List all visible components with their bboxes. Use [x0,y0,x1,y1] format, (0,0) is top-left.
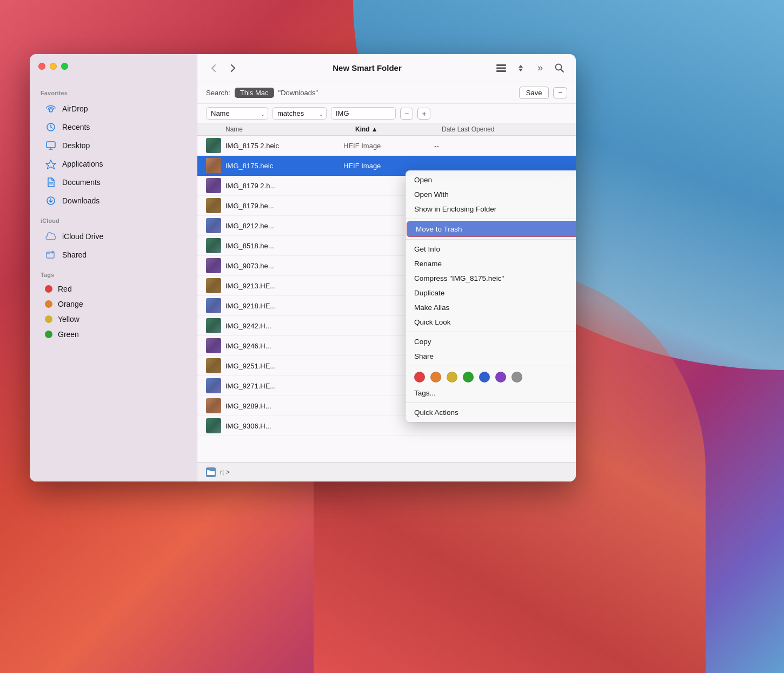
desktop-icon [45,140,57,151]
tag-green[interactable] [463,372,474,382]
tag-gray[interactable] [511,372,522,382]
field-select-wrapper: Name Kind Date Created Date Modified [206,107,268,120]
maximize-button[interactable] [61,63,68,70]
sidebar-item-downloads[interactable]: Downloads [34,192,192,209]
orange-tag-dot [45,300,52,308]
sidebar-item-label-airdrop: AirDrop [62,104,88,113]
sidebar-item-red[interactable]: Red [34,282,192,296]
file-thumbnail [206,218,221,233]
context-menu-move-to-trash[interactable]: Move to Trash [407,221,576,237]
compress-label: Compress "IMG_8175.heic" [414,274,504,282]
folder-icon [206,467,216,477]
context-menu-copy[interactable]: Copy [406,334,576,349]
remove-button[interactable]: − [553,87,567,98]
make-alias-label: Make Alias [414,303,449,312]
context-menu-quick-look[interactable]: Quick Look [406,315,576,329]
date-column-header[interactable]: Date Last Opened [442,126,567,133]
sidebar-item-recents[interactable]: Recents [34,118,192,136]
sidebar-item-label-shared: Shared [62,250,87,259]
separator-5 [406,403,576,403]
sidebar-item-applications[interactable]: Applications [34,155,192,173]
name-column-header[interactable]: Name [225,126,355,133]
traffic-lights [38,63,68,70]
tag-purple[interactable] [495,372,506,382]
tags-label: Tags... [414,389,436,397]
quick-actions-label: Quick Actions [414,408,459,417]
file-thumbnail [206,278,221,293]
tag-yellow[interactable] [447,372,457,382]
search-button[interactable] [552,61,567,76]
tag-orange[interactable] [430,372,441,382]
svg-rect-10 [496,70,506,72]
minimize-button[interactable] [50,63,57,70]
context-menu-duplicate[interactable]: Duplicate [406,286,576,300]
toolbar-actions: » [494,61,567,76]
icloud-section-label: iCloud [30,210,197,227]
context-menu-quick-actions[interactable]: Quick Actions › [406,405,576,420]
context-menu-open[interactable]: Open [406,173,576,187]
context-menu-tags[interactable]: Tags... [406,386,576,400]
save-button[interactable]: Save [519,87,549,99]
file-thumbnail [206,238,221,253]
sidebar-item-label-applications: Applications [62,160,103,168]
filter-row: Name Kind Date Created Date Modified mat… [197,104,576,123]
file-name: IMG_9213.HE... [225,282,339,290]
file-thumbnail [206,318,221,333]
applications-icon [45,158,57,170]
show-enclosing-label: Show in Enclosing Folder [414,205,496,213]
filter-plus-button[interactable]: + [417,108,430,120]
sidebar-item-desktop[interactable]: Desktop [34,137,192,154]
file-name: IMG_9073.he... [225,262,339,270]
file-name: IMG_8212.he... [225,222,339,230]
file-name: IMG_9218.HE... [225,302,339,310]
filter-minus-button[interactable]: − [400,108,413,120]
kind-column-header[interactable]: Kind ▲ [355,126,442,133]
context-menu-show-enclosing[interactable]: Show in Enclosing Folder [406,202,576,216]
context-menu-share[interactable]: Share › [406,349,576,364]
file-thumbnail [206,398,221,413]
sidebar-item-shared[interactable]: Shared [34,246,192,263]
context-menu-rename[interactable]: Rename [406,256,576,271]
tag-red[interactable] [414,372,425,382]
sidebar-item-airdrop[interactable]: AirDrop [34,100,192,117]
svg-rect-8 [496,64,506,66]
list-view-button[interactable] [494,61,509,76]
sidebar-item-documents[interactable]: Documents [34,174,192,191]
context-menu-open-with[interactable]: Open With › [406,187,576,202]
red-tag-dot [45,285,52,293]
forward-button[interactable] [225,61,241,76]
context-menu-make-alias[interactable]: Make Alias [406,300,576,315]
context-menu-compress[interactable]: Compress "IMG_8175.heic" [406,271,576,286]
filter-value-input[interactable] [331,107,396,120]
operator-select[interactable]: matches contains begins with ends with [273,107,327,120]
file-name: IMG_9289.H... [225,402,339,410]
file-thumbnail [206,298,221,313]
context-menu-get-info[interactable]: Get Info [406,242,576,256]
field-select[interactable]: Name Kind Date Created Date Modified [206,107,268,120]
sidebar-item-yellow[interactable]: Yellow [34,312,192,326]
file-name: IMG_9306.H... [225,422,339,430]
favorites-section-label: Favorites [30,82,197,100]
quick-look-label: Quick Look [414,318,451,326]
this-mac-scope[interactable]: This Mac [235,88,274,98]
tag-blue[interactable] [479,372,490,382]
column-headers: Name Kind ▲ Date Last Opened [197,123,576,136]
sidebar-item-orange[interactable]: Orange [34,297,192,311]
sort-icon: ▲ [371,126,378,133]
file-thumbnail [206,378,221,393]
sidebar-item-icloud-drive[interactable]: iCloud Drive [34,228,192,245]
file-name: IMG_8518.he... [225,242,339,250]
operator-select-wrapper: matches contains begins with ends with [273,107,327,120]
more-views-button[interactable]: » [533,61,548,76]
open-with-label: Open With [414,190,449,199]
table-row[interactable]: IMG_8175 2.heic HEIF Image -- [197,136,576,156]
green-tag-dot [45,331,52,338]
close-button[interactable] [38,63,45,70]
icloud-drive-icon [45,230,57,242]
back-button[interactable] [206,61,221,76]
svg-line-12 [561,69,563,72]
sort-button[interactable] [513,61,528,76]
open-label: Open [414,176,432,184]
sidebar-item-label-downloads: Downloads [62,196,99,205]
sidebar-item-green[interactable]: Green [34,327,192,341]
